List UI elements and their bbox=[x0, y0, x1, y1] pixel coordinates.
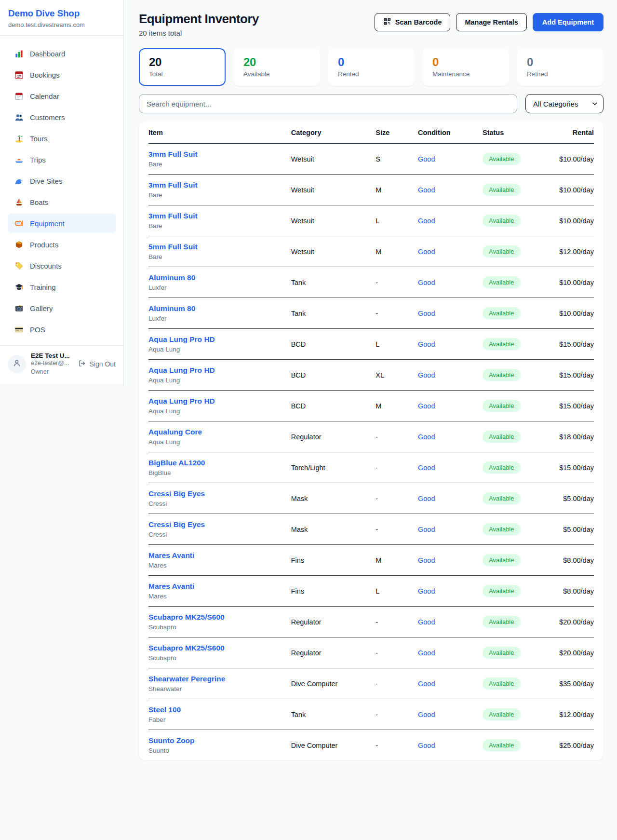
condition-link[interactable]: Good bbox=[418, 495, 435, 502]
status-badge: Available bbox=[483, 616, 521, 628]
condition-link[interactable]: Good bbox=[418, 587, 435, 595]
item-name-link[interactable]: 3mm Full Suit bbox=[148, 150, 198, 159]
sign-out-label: Sign Out bbox=[90, 360, 116, 368]
stat-card-rented[interactable]: 0 Rented bbox=[328, 48, 415, 86]
sidebar-item-gallery[interactable]: Gallery bbox=[8, 298, 116, 318]
item-size: XL bbox=[376, 360, 418, 391]
stat-card-total[interactable]: 20 Total bbox=[139, 48, 226, 86]
brand-header: Demo Dive Shop demo.test.divestreams.com bbox=[0, 0, 123, 36]
item-name-link[interactable]: Aqualung Core bbox=[148, 428, 202, 436]
table-header-row: Item Category Size Condition Status Rent… bbox=[148, 121, 594, 143]
item-name-link[interactable]: Cressi Big Eyes bbox=[148, 520, 205, 529]
item-name-link[interactable]: Shearwater Peregrine bbox=[148, 675, 225, 683]
equipment-row: Cressi Big Eyes Cressi Mask - Good Avail… bbox=[148, 514, 594, 545]
condition-link[interactable]: Good bbox=[418, 279, 435, 286]
sidebar-item-bookings[interactable]: 17 Bookings bbox=[8, 65, 116, 84]
condition-link[interactable]: Good bbox=[418, 402, 435, 410]
condition-link[interactable]: Good bbox=[418, 618, 435, 626]
sidebar-item-training[interactable]: Training bbox=[8, 277, 116, 297]
item-size: - bbox=[376, 421, 418, 452]
category-select[interactable]: All Categories bbox=[525, 94, 604, 113]
equipment-row: 3mm Full Suit Bare Wetsuit S Good Availa… bbox=[148, 143, 594, 175]
item-name-link[interactable]: Steel 100 bbox=[148, 705, 181, 714]
equipment-row: Aqua Lung Pro HD Aqua Lung BCD M Good Av… bbox=[148, 391, 594, 421]
search-input[interactable] bbox=[139, 94, 517, 113]
stat-card-maintenance[interactable]: 0 Maintenance bbox=[422, 48, 509, 86]
sidebar-item-dashboard[interactable]: Dashboard bbox=[8, 44, 116, 63]
condition-link[interactable]: Good bbox=[418, 186, 435, 194]
sidebar-item-calendar[interactable]: Calendar bbox=[8, 86, 116, 106]
item-name-link[interactable]: Aluminum 80 bbox=[148, 304, 195, 313]
item-name-link[interactable]: Scubapro MK25/S600 bbox=[148, 613, 225, 622]
item-category: Dive Computer bbox=[291, 730, 376, 761]
item-name-link[interactable]: Aqua Lung Pro HD bbox=[148, 335, 215, 344]
equipment-row: 3mm Full Suit Bare Wetsuit M Good Availa… bbox=[148, 175, 594, 205]
condition-link[interactable]: Good bbox=[418, 217, 435, 225]
condition-link[interactable]: Good bbox=[418, 340, 435, 348]
item-name-link[interactable]: Aqua Lung Pro HD bbox=[148, 397, 215, 406]
add-equipment-button[interactable]: Add Equipment bbox=[533, 13, 604, 31]
item-size: - bbox=[376, 514, 418, 545]
person-icon bbox=[12, 358, 22, 370]
item-brand: Mares bbox=[148, 593, 291, 600]
item-name-link[interactable]: Aqua Lung Pro HD bbox=[148, 366, 215, 375]
item-brand: Mares bbox=[148, 562, 291, 569]
user-email: e2e-tester@... bbox=[31, 359, 73, 368]
manage-rentals-button[interactable]: Manage Rentals bbox=[456, 13, 526, 31]
item-size: - bbox=[376, 730, 418, 761]
equipment-row: Mares Avanti Mares Fins L Good Available… bbox=[148, 576, 594, 607]
sidebar-item-equipment[interactable]: Equipment bbox=[8, 214, 116, 233]
condition-link[interactable]: Good bbox=[418, 371, 435, 379]
condition-link[interactable]: Good bbox=[418, 310, 435, 317]
rental-rate: $10.00/day bbox=[540, 143, 594, 175]
item-name-link[interactable]: 5mm Full Suit bbox=[148, 243, 198, 251]
item-name-link[interactable]: Cressi Big Eyes bbox=[148, 489, 205, 498]
item-size: - bbox=[376, 637, 418, 668]
sign-out-button[interactable]: Sign Out bbox=[78, 359, 116, 369]
sidebar-item-customers[interactable]: Customers bbox=[8, 108, 116, 127]
item-name-link[interactable]: 3mm Full Suit bbox=[148, 212, 198, 220]
condition-link[interactable]: Good bbox=[418, 526, 435, 533]
condition-link[interactable]: Good bbox=[418, 649, 435, 657]
item-brand: Bare bbox=[148, 191, 291, 199]
condition-link[interactable]: Good bbox=[418, 742, 435, 749]
sidebar-item-tours[interactable]: Tours bbox=[8, 129, 116, 148]
item-name-link[interactable]: Suunto Zoop bbox=[148, 736, 195, 745]
sidebar-item-pos[interactable]: POS bbox=[8, 320, 116, 339]
item-name-link[interactable]: Mares Avanti bbox=[148, 582, 194, 591]
sidebar-item-boats[interactable]: Boats bbox=[8, 192, 116, 212]
item-category: Wetsuit bbox=[291, 205, 376, 236]
sidebar-item-label: Trips bbox=[30, 156, 46, 164]
item-brand: Suunto bbox=[148, 747, 291, 754]
sidebar-item-products[interactable]: Products bbox=[8, 235, 116, 254]
sidebar-item-trips[interactable]: Trips bbox=[8, 150, 116, 169]
item-size: L bbox=[376, 329, 418, 360]
condition-link[interactable]: Good bbox=[418, 155, 435, 163]
stat-card-retired[interactable]: 0 Retired bbox=[517, 48, 604, 86]
condition-link[interactable]: Good bbox=[418, 464, 435, 472]
condition-link[interactable]: Good bbox=[418, 711, 435, 718]
item-name-link[interactable]: Aluminum 80 bbox=[148, 273, 195, 282]
condition-link[interactable]: Good bbox=[418, 248, 435, 256]
condition-link[interactable]: Good bbox=[418, 433, 435, 441]
condition-link[interactable]: Good bbox=[418, 680, 435, 688]
sidebar-item-dive-sites[interactable]: Dive Sites bbox=[8, 171, 116, 190]
status-badge: Available bbox=[483, 554, 521, 566]
status-badge: Available bbox=[483, 215, 521, 227]
item-name-link[interactable]: Scubapro MK25/S600 bbox=[148, 644, 225, 652]
condition-link[interactable]: Good bbox=[418, 556, 435, 564]
item-name-link[interactable]: Mares Avanti bbox=[148, 551, 194, 560]
sidebar-item-label: Boats bbox=[30, 198, 48, 206]
sidebar-item-discounts[interactable]: Discounts bbox=[8, 256, 116, 275]
logout-icon bbox=[78, 359, 86, 369]
item-name-link[interactable]: 3mm Full Suit bbox=[148, 181, 198, 190]
item-category: Dive Computer bbox=[291, 668, 376, 699]
item-name-link[interactable]: BigBlue AL1200 bbox=[148, 459, 205, 467]
status-badge: Available bbox=[483, 647, 521, 659]
rental-rate: $5.00/day bbox=[540, 514, 594, 545]
stat-cards: 20 Total 20 Available 0 Rented 0 Mainten… bbox=[139, 48, 604, 86]
stat-card-available[interactable]: 20 Available bbox=[233, 48, 320, 86]
scan-barcode-button[interactable]: Scan Barcode bbox=[375, 13, 451, 31]
item-size: M bbox=[376, 175, 418, 205]
item-brand: Faber bbox=[148, 716, 291, 723]
